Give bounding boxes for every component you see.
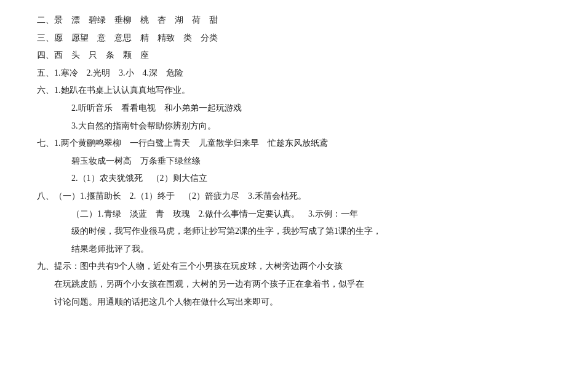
line-9: 九、提示：图中共有9个人物，近处有三个小男孩在玩皮球，大树旁边两个小女孩 xyxy=(37,258,529,275)
line-7-2: 碧玉妆成一树高 万条垂下绿丝绦 xyxy=(71,153,529,170)
line-8-4: 结果老师批评了我。 xyxy=(71,241,529,258)
line-9-3: 讨论问题。用通顺的话把这几个人物在做什么写出来即可。 xyxy=(54,294,529,311)
line-6-3: 3.大自然的指南针会帮助你辨别方向。 xyxy=(71,118,529,135)
line-6-2: 2.听听音乐 看看电视 和小弟弟一起玩游戏 xyxy=(71,100,529,117)
line-2: 二、景 漂 碧绿 垂柳 桃 杏 湖 荷 甜 xyxy=(37,12,529,29)
line-8: 八、（一）1.揠苗助长 2.（1）终于 （2）箭疲力尽 3.禾苗会枯死。 xyxy=(37,188,529,205)
line-5: 五、1.寒冷 2.光明 3.小 4.深 危险 xyxy=(37,65,529,82)
line-7-3: 2.（1）农夫犹饿死 （2）则大信立 xyxy=(71,170,529,187)
line-8-2: （二）1.青绿 淡蓝 青 玫瑰 2.做什么事情一定要认真。 3.示例：一年 xyxy=(71,206,529,223)
main-content: 二、景 漂 碧绿 垂柳 桃 杏 湖 荷 甜 三、愿 愿望 意 意思 精 精致 类… xyxy=(37,12,529,310)
line-4: 四、西 头 只 条 颗 座 xyxy=(37,47,529,64)
line-7: 七、1.两个黄鹂鸣翠柳 一行白鹭上青天 儿童散学归来早 忙趁东风放纸鸢 xyxy=(37,135,529,152)
line-6: 六、1.她趴在书桌上认认真真地写作业。 xyxy=(37,82,529,99)
line-3: 三、愿 愿望 意 意思 精 精致 类 分类 xyxy=(37,30,529,47)
line-9-2: 在玩跳皮筋，另两个小女孩在围观，大树的另一边有两个孩子正在拿着书，似乎在 xyxy=(54,276,529,293)
line-8-3: 级的时候，我写作业很马虎，老师让抄写第2课的生字，我抄写成了第1课的生字， xyxy=(71,223,529,240)
